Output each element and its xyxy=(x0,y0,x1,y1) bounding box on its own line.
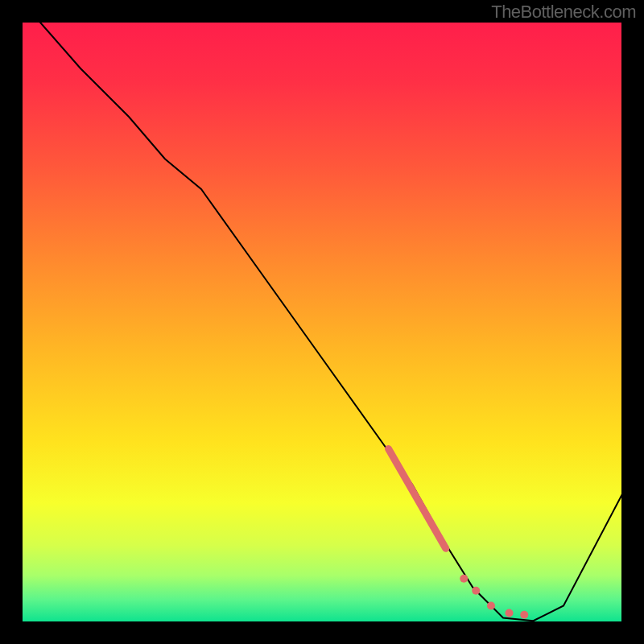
chart-plot-area xyxy=(20,20,624,624)
svg-rect-0 xyxy=(20,20,624,624)
chart-background-gradient xyxy=(20,20,624,624)
